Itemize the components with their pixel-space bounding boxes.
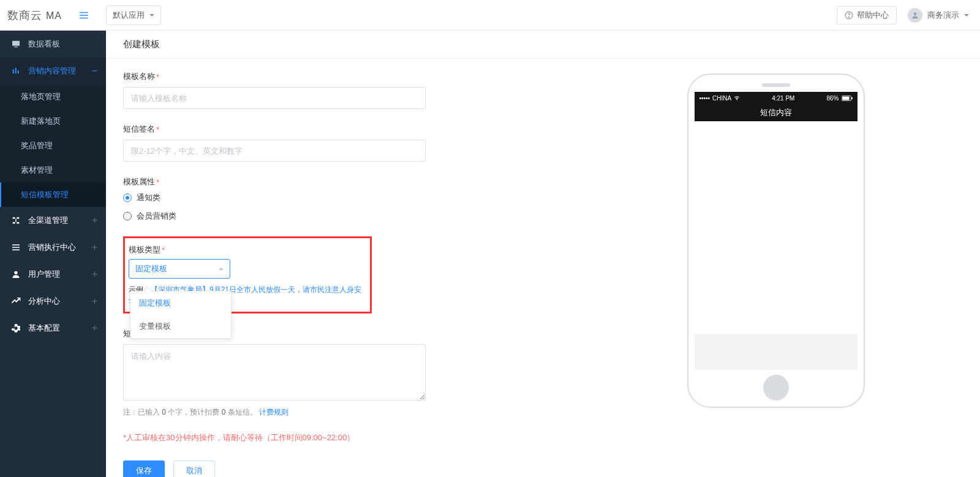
brand-text: 数商云: [7, 8, 42, 23]
plus-icon: +: [92, 269, 97, 280]
sidebar-sub-prize-mgmt[interactable]: 奖品管理: [0, 133, 106, 158]
dropdown-option-fixed[interactable]: 固定模板: [130, 291, 231, 315]
sidebar-item-marketing-content[interactable]: 营销内容管理 −: [0, 58, 106, 85]
radio-option-member[interactable]: 会员营销类: [123, 211, 571, 222]
help-center-label: 帮助中心: [857, 10, 889, 21]
sidebar-item-label: 全渠道管理: [28, 215, 68, 226]
sidebar-item-user-mgmt[interactable]: 用户管理 +: [0, 261, 106, 288]
minus-icon: −: [92, 66, 97, 77]
signal-icon: •••••: [699, 95, 710, 102]
audit-note: *人工审核在30分钟内操作，请耐心等待（工作时间09:00~22:00）: [123, 432, 571, 443]
top-header: 数商云 MA 默认应用 帮助中心 商务演示: [0, 0, 980, 31]
radio-icon: [123, 212, 132, 220]
radio-label: 会员营销类: [137, 211, 176, 222]
save-button[interactable]: 保存: [123, 460, 165, 477]
user-label: 商务演示: [927, 10, 959, 21]
sidebar-item-label: 素材管理: [21, 165, 53, 176]
sidebar-item-label: 新建落地页: [21, 116, 61, 127]
template-type-dropdown-panel: 固定模板 变量模板: [130, 291, 232, 339]
cancel-button[interactable]: 取消: [173, 460, 215, 477]
sidebar-item-label: 基本配置: [28, 323, 60, 334]
monitor-icon: [11, 39, 21, 49]
sidebar-item-exec-center[interactable]: 营销执行中心 +: [0, 234, 106, 261]
template-name-label: 模板名称*: [123, 71, 571, 82]
sidebar-sub-new-landing[interactable]: 新建落地页: [0, 109, 106, 133]
template-type-label: 模板类型*: [129, 244, 364, 255]
app-selector-dropdown[interactable]: 默认应用: [106, 6, 161, 25]
sidebar-item-label: 短信模板管理: [21, 190, 69, 200]
sidebar-sub-landing-mgmt[interactable]: 落地页管理: [0, 85, 106, 109]
radio-icon: [123, 193, 132, 202]
template-type-block: 模板类型* 固定模板 示例：【深圳市气象局】9月21日全市人民放假一天，请市民注…: [123, 236, 372, 314]
svg-point-3: [14, 271, 17, 274]
required-mark: *: [156, 72, 159, 81]
sidebar-item-label: 分析中心: [28, 296, 60, 307]
sidebar-item-label: 用户管理: [28, 269, 60, 280]
sidebar-item-label: 落地页管理: [21, 92, 61, 102]
select-value: 固定模板: [135, 263, 167, 274]
phone-battery-pct: 86%: [826, 95, 839, 102]
hamburger-icon[interactable]: [73, 4, 95, 26]
user-icon: [11, 269, 21, 279]
sitemap-icon: [11, 216, 21, 225]
plus-icon: +: [92, 215, 97, 226]
phone-carrier: CHINA: [712, 95, 731, 102]
phone-status-bar: ••••• CHINA 4:21 PM 86%: [695, 92, 858, 104]
template-attr-label: 模板属性*: [123, 176, 571, 187]
trend-icon: [11, 296, 21, 306]
wifi-icon: [734, 96, 740, 100]
plus-icon: +: [92, 242, 97, 253]
sms-content-textarea[interactable]: [123, 344, 426, 400]
chart-bar-icon: [11, 66, 21, 76]
required-mark: *: [162, 246, 165, 255]
sidebar-item-label: 营销内容管理: [28, 66, 76, 77]
svg-point-1: [849, 17, 850, 17]
user-menu[interactable]: 商务演示: [908, 8, 969, 23]
sidebar-sub-sms-template[interactable]: 短信模板管理: [0, 182, 106, 207]
caret-down-icon: [149, 14, 154, 17]
required-mark: *: [156, 178, 159, 187]
svg-point-2: [914, 12, 917, 15]
sidebar-item-label: 奖品管理: [21, 141, 53, 151]
radio-option-notify[interactable]: 通知类: [123, 192, 571, 203]
sidebar-item-omnichannel[interactable]: 全渠道管理 +: [0, 207, 106, 234]
sms-content-hint: 注：已输入 0 个字，预计扣费 0 条短信。 计费规则: [123, 407, 571, 418]
sidebar-item-label: 数据看板: [28, 39, 60, 50]
caret-up-icon: [219, 268, 224, 270]
svg-rect-6: [851, 97, 853, 99]
sidebar-item-dashboard[interactable]: 数据看板: [0, 31, 106, 58]
phone-input-strip: [695, 334, 858, 370]
template-type-select[interactable]: 固定模板: [129, 259, 230, 279]
template-name-input[interactable]: [123, 87, 426, 109]
radio-label: 通知类: [137, 192, 160, 203]
sidebar-item-label: 营销执行中心: [28, 242, 76, 253]
sidebar-item-analytics[interactable]: 分析中心 +: [0, 288, 106, 315]
list-icon: [11, 242, 21, 252]
dropdown-option-variable[interactable]: 变量模板: [130, 315, 231, 338]
caret-down-icon: [964, 14, 969, 17]
sms-sign-input[interactable]: [123, 140, 426, 162]
phone-screen-title: 短信内容: [695, 104, 858, 121]
sidebar-sub-material-mgmt[interactable]: 素材管理: [0, 158, 106, 182]
plus-icon: +: [92, 323, 97, 334]
question-circle-icon: [845, 11, 853, 20]
sidebar-item-basic-config[interactable]: 基本配置 +: [0, 315, 106, 342]
phone-home-button-icon: [763, 375, 789, 400]
phone-preview: ••••• CHINA 4:21 PM 86%: [687, 73, 865, 408]
gear-icon: [11, 323, 21, 333]
plus-icon: +: [92, 296, 97, 307]
battery-icon: [842, 96, 853, 101]
required-mark: *: [156, 125, 159, 134]
sms-sign-label: 短信签名*: [123, 124, 571, 135]
page-title: 创建模板: [106, 31, 980, 59]
billing-rules-link[interactable]: 计费规则: [259, 408, 288, 416]
sidebar: 数据看板 营销内容管理 − 落地页管理 新建落地页 奖品管理 素材管理 短信模板…: [0, 31, 106, 477]
app-selector-label: 默认应用: [113, 10, 145, 21]
phone-speaker-icon: [762, 83, 790, 87]
brand-logo: 数商云 MA: [7, 8, 73, 23]
brand-subtext: MA: [46, 10, 62, 21]
svg-rect-5: [842, 96, 849, 100]
phone-body: [695, 121, 858, 334]
avatar-icon: [908, 8, 922, 23]
help-center-button[interactable]: 帮助中心: [837, 6, 897, 24]
